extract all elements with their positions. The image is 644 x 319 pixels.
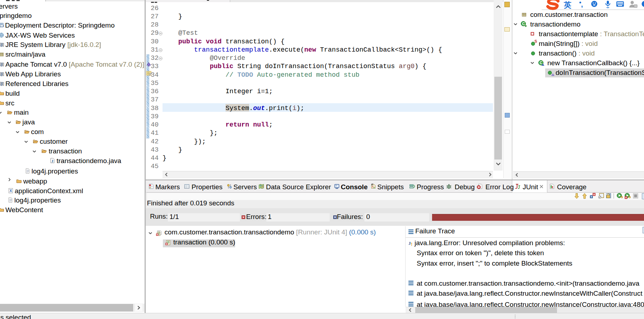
svg-text:J: J bbox=[408, 241, 411, 246]
svg-text:J: J bbox=[52, 159, 54, 163]
svg-text:C: C bbox=[522, 22, 525, 26]
svg-text:!: ! bbox=[411, 242, 412, 247]
svg-text:,: , bbox=[581, 0, 583, 8]
svg-text:C: C bbox=[540, 61, 543, 65]
svg-text:X: X bbox=[10, 189, 12, 193]
svg-text:1.0: 1.0 bbox=[0, 25, 4, 28]
